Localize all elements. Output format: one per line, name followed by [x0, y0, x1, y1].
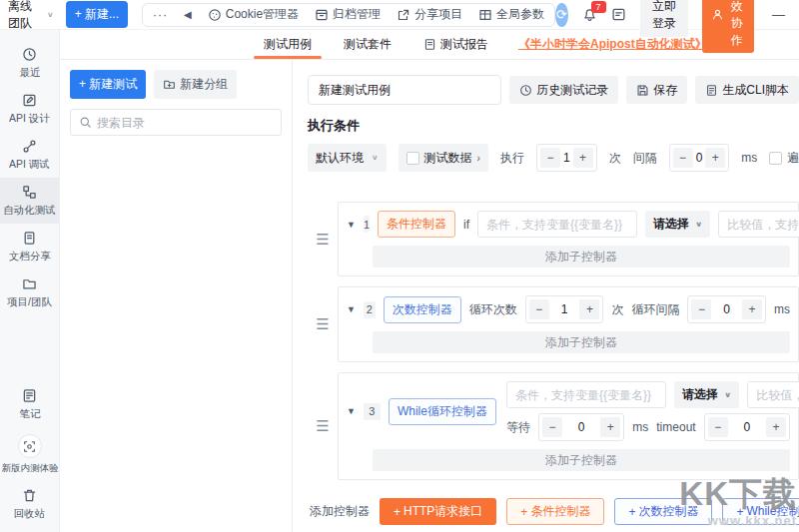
plus-button[interactable]: +: [766, 417, 786, 437]
timeout-value[interactable]: 0: [731, 420, 763, 434]
loop-unit: 次: [611, 301, 623, 318]
tab-test-suite[interactable]: 测试套件: [328, 30, 407, 59]
test-data-toggle[interactable]: 测试数据 ›: [399, 144, 488, 172]
search-input[interactable]: [97, 116, 273, 130]
interval-value[interactable]: 0: [696, 151, 703, 165]
drag-handle-icon[interactable]: ☰: [308, 417, 338, 435]
add-child-controller-button[interactable]: 添加子控制器: [373, 331, 790, 353]
tab-test-report[interactable]: 测试报告: [407, 30, 504, 59]
interval-stepper: − 0 +: [669, 144, 730, 172]
plus-button[interactable]: +: [705, 148, 725, 168]
operator-select[interactable]: 请选择 ∨: [645, 211, 710, 238]
loop-gap-value[interactable]: 0: [714, 302, 739, 316]
while-compare-value-input[interactable]: [747, 381, 799, 408]
condition-input[interactable]: [477, 211, 637, 238]
test-data-checkbox[interactable]: [406, 152, 419, 165]
minimize-button[interactable]: —: [768, 7, 789, 22]
icon-sidebar: 最近 API 设计 API 调试 自动化测试 文档分享 项目/团队 笔记: [0, 30, 60, 532]
edge-checkbox-group[interactable]: 遍: [769, 150, 799, 167]
wait-value[interactable]: 0: [565, 420, 597, 434]
plus-button[interactable]: +: [579, 299, 599, 319]
clock-icon: [22, 47, 37, 62]
loop-gap-stepper: − 0 +: [687, 295, 766, 323]
toolbar-group: ··· ◀ Cookie管理器 归档管理 分享项目 全局参数: [142, 3, 555, 27]
loop-gap-unit: ms: [774, 302, 790, 316]
timeout-stepper: − 0 +: [704, 413, 790, 441]
note-icon: [22, 388, 37, 403]
team-label: 离线团队: [8, 0, 43, 32]
sidebar-item-doc-share[interactable]: 文档分享: [0, 224, 59, 269]
minus-button[interactable]: −: [673, 148, 693, 168]
sidebar-item-api-design[interactable]: API 设计: [0, 86, 59, 132]
exec-count-value[interactable]: 1: [563, 151, 570, 165]
step-index: 3: [364, 403, 381, 420]
new-group-button[interactable]: 新建分组: [154, 70, 237, 99]
new-test-button[interactable]: + 新建测试: [70, 70, 146, 99]
drag-handle-icon[interactable]: ☰: [308, 315, 338, 333]
drag-handle-icon[interactable]: ☰: [308, 231, 338, 249]
minus-button[interactable]: −: [542, 417, 562, 437]
history-button[interactable]: 历史测试记录: [509, 76, 618, 104]
history-icon: [519, 84, 532, 97]
tutorial-link[interactable]: 《半小时学会Apipost自动化测试》: [518, 30, 707, 59]
more-icon[interactable]: ···: [153, 8, 168, 22]
sync-icon[interactable]: ⟳: [555, 3, 567, 27]
save-button[interactable]: 保存: [626, 76, 687, 104]
interval-label: 间隔: [633, 150, 657, 167]
add-controller-label: 添加控制器: [310, 503, 370, 520]
chevron-down-icon: ∨: [372, 154, 379, 162]
sidebar-item-beta[interactable]: 新版内测体验: [0, 427, 59, 481]
if-label: if: [463, 218, 469, 232]
back-icon[interactable]: ◀: [184, 9, 192, 20]
minus-button[interactable]: −: [529, 299, 549, 319]
plus-icon: +: [394, 505, 400, 519]
exec-conditions-title: 执行条件: [308, 117, 799, 135]
count-controller-badge: 次数控制器: [384, 296, 461, 323]
sidebar-item-automation[interactable]: 自动化测试: [0, 178, 59, 224]
sidebar-item-recycle[interactable]: 回收站: [0, 481, 59, 532]
add-condition-controller-button[interactable]: + 条件控制器: [506, 498, 604, 525]
sidebar-item-recent[interactable]: 最近: [0, 40, 59, 86]
generate-cli-button[interactable]: 生成CLI脚本: [695, 76, 799, 104]
collapse-icon[interactable]: ▼: [347, 304, 356, 314]
feedback-icon[interactable]: [611, 7, 626, 22]
minus-button[interactable]: −: [540, 148, 560, 168]
step-row-3: ☰ ▼ 3 While循环控制器: [308, 372, 799, 480]
plus-button[interactable]: +: [742, 299, 762, 319]
edit-icon: [22, 93, 37, 108]
add-while-controller-button[interactable]: + While控制器: [722, 498, 799, 525]
notifications-button[interactable]: 7: [582, 7, 597, 22]
add-http-request-button[interactable]: + HTTP请求接口: [380, 498, 496, 525]
edge-checkbox[interactable]: [769, 152, 782, 165]
sidebar-item-project-team[interactable]: 项目/团队: [0, 269, 59, 315]
plus-button[interactable]: +: [573, 148, 593, 168]
new-button[interactable]: + 新建...: [66, 1, 128, 28]
add-count-controller-button[interactable]: + 次数控制器: [614, 498, 712, 525]
while-controller-box: ▼ 3 While循环控制器 请选择 ∨: [338, 372, 799, 480]
while-condition-input[interactable]: [506, 381, 666, 408]
operator-select[interactable]: 请选择 ∨: [674, 381, 739, 408]
global-params-button[interactable]: 全局参数: [478, 6, 544, 23]
loop-count-value[interactable]: 1: [552, 302, 577, 316]
compare-value-input[interactable]: [718, 211, 799, 238]
plus-button[interactable]: +: [600, 417, 620, 437]
archive-manager-button[interactable]: 归档管理: [315, 6, 381, 23]
wait-label: 等待: [506, 419, 530, 436]
cookie-manager-button[interactable]: Cookie管理器: [208, 6, 299, 23]
collapse-icon[interactable]: ▼: [347, 406, 356, 416]
case-name-input[interactable]: [308, 75, 501, 105]
minus-button[interactable]: −: [691, 299, 711, 319]
search-box: [70, 109, 282, 136]
count-controller-box: ▼ 2 次数控制器 循环次数 − 1 + 次 循环间隔: [338, 286, 799, 362]
sidebar-item-api-debug[interactable]: API 调试: [0, 132, 59, 178]
add-child-controller-button[interactable]: 添加子控制器: [373, 449, 790, 471]
share-project-button[interactable]: 分享项目: [397, 6, 462, 23]
tab-test-case[interactable]: 测试用例: [248, 30, 328, 59]
collapse-icon[interactable]: ▼: [347, 220, 356, 230]
team-switcher[interactable]: 离线团队 ∨: [8, 0, 54, 32]
minus-button[interactable]: −: [708, 417, 728, 437]
sidebar-item-notes[interactable]: 笔记: [0, 381, 59, 427]
add-child-controller-button[interactable]: 添加子控制器: [373, 246, 790, 267]
env-select[interactable]: 默认环境 ∨: [308, 144, 387, 172]
person-icon: [711, 8, 724, 21]
